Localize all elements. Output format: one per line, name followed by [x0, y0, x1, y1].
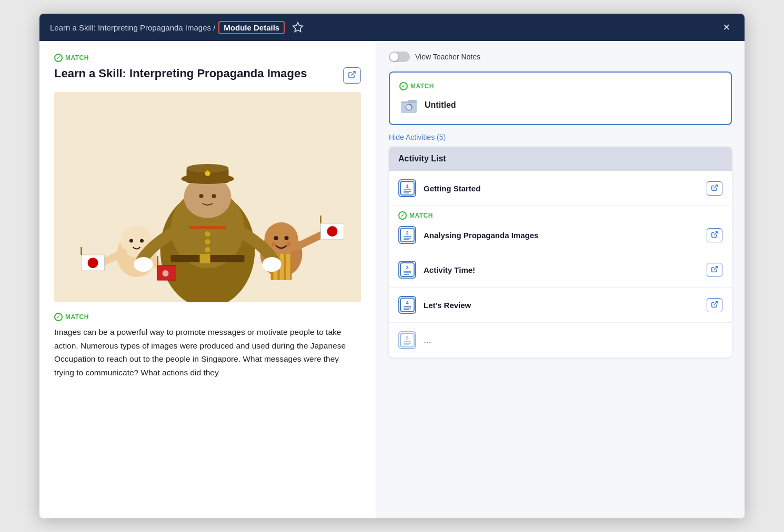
svg-line-62 — [714, 231, 717, 234]
module-name: Untitled — [425, 100, 456, 110]
activity-name-4: Let's Review — [424, 301, 471, 310]
activity-item[interactable]: 4 Let's Review — [389, 288, 732, 323]
svg-line-1 — [351, 71, 355, 75]
svg-point-7 — [205, 231, 210, 237]
svg-point-18 — [212, 194, 216, 198]
activity-external-button-2[interactable] — [707, 228, 722, 242]
hide-activities-link[interactable]: Hide Activities (5) — [389, 133, 446, 141]
activity-number-icon-1: 1 — [398, 179, 416, 197]
activity-item-left-2: 2 Analysing Propaganda Images — [398, 226, 538, 244]
module-match-badge: ✓ MATCH — [399, 82, 721, 90]
svg-text:2: 2 — [406, 230, 408, 236]
left-panel: ✓ MATCH Learn a Skill: Interpreting Prop… — [39, 41, 376, 518]
svg-text:1: 1 — [406, 183, 408, 189]
svg-point-35 — [272, 242, 276, 247]
svg-point-9 — [205, 247, 210, 252]
svg-line-56 — [714, 185, 717, 188]
module-folder-icon — [399, 96, 418, 115]
match-icon: ✓ — [54, 54, 63, 62]
activity-name-2: Analysing Propaganda Images — [424, 231, 538, 240]
activity-item[interactable]: 5 … — [389, 323, 732, 357]
activity-name-1: Getting Started — [424, 184, 480, 193]
svg-point-45 — [134, 257, 153, 272]
svg-rect-6 — [200, 254, 210, 263]
svg-point-36 — [287, 242, 291, 247]
activity-name-5: … — [424, 336, 431, 345]
resource-title-row: Learn a Skill: Interpreting Propaganda I… — [54, 66, 361, 84]
activity-number-icon-3: 3 — [398, 261, 416, 279]
module-card: ✓ MATCH U — [389, 71, 732, 125]
svg-point-22 — [140, 239, 144, 243]
svg-text:4: 4 — [406, 300, 408, 305]
svg-line-68 — [714, 266, 717, 269]
activity-external-button-1[interactable] — [707, 181, 722, 196]
activity-item[interactable]: 2 Analysing Propaganda Images — [389, 222, 732, 252]
breadcrumb-current: Module Details — [218, 21, 285, 34]
match-badge-title: ✓ MATCH — [54, 54, 361, 62]
breadcrumb-path: Learn a Skill: Interpreting Propaganda I… — [50, 23, 215, 32]
modal-container: Learn a Skill: Interpreting Propaganda I… — [39, 14, 745, 518]
activity-match-icon-2: ✓ — [398, 211, 407, 220]
svg-point-17 — [199, 194, 204, 198]
close-button[interactable]: × — [719, 19, 734, 35]
modal-body: ✓ MATCH Learn a Skill: Interpreting Prop… — [39, 41, 745, 518]
activity-match-section-2: ✓ MATCH — [389, 206, 732, 222]
activity-item-left-4: 4 Let's Review — [398, 296, 471, 314]
modal-header: Learn a Skill: Interpreting Propaganda I… — [39, 14, 745, 41]
teacher-notes-toggle[interactable] — [389, 52, 410, 62]
activity-external-button-3[interactable] — [707, 263, 722, 277]
svg-point-46 — [263, 257, 282, 272]
svg-point-16 — [205, 171, 210, 176]
svg-rect-40 — [286, 254, 290, 280]
activity-item[interactable]: 3 Activity Time! — [389, 252, 732, 288]
svg-text:5: 5 — [406, 335, 408, 341]
activity-item-left-3: 3 Activity Time! — [398, 261, 475, 279]
activity-item-left-5: 5 … — [398, 331, 431, 349]
svg-line-74 — [714, 301, 717, 304]
activity-item-left-1: 1 Getting Started — [398, 179, 480, 197]
activity-number-icon-5: 5 — [398, 331, 416, 349]
svg-point-34 — [285, 236, 289, 240]
activity-number-icon-2: 2 — [398, 226, 416, 244]
svg-point-43 — [327, 226, 338, 237]
activity-name-3: Activity Time! — [424, 265, 475, 274]
activity-external-button-4[interactable] — [707, 298, 722, 312]
svg-point-25 — [88, 258, 98, 268]
activity-list-header: Activity List — [389, 147, 732, 171]
match-icon-2: ✓ — [54, 313, 63, 321]
svg-text:3: 3 — [406, 265, 408, 270]
resource-image — [54, 92, 361, 302]
svg-point-29 — [163, 270, 169, 277]
teacher-notes-row: View Teacher Notes — [389, 52, 732, 62]
activity-item[interactable]: 1 Getting Started — [389, 171, 732, 206]
svg-point-33 — [274, 236, 278, 240]
external-link-icon — [348, 70, 356, 79]
resource-external-link-button[interactable] — [343, 67, 361, 84]
activity-list-container: Activity List 1 Ge — [389, 147, 732, 357]
resource-description: Images can be a powerful way to promote … — [54, 325, 361, 379]
activity-number-icon-4: 4 — [398, 296, 416, 314]
propaganda-svg — [54, 92, 361, 302]
svg-point-8 — [205, 239, 210, 244]
right-panel: View Teacher Notes ✓ MATCH — [376, 41, 745, 518]
match-badge-desc: ✓ MATCH — [54, 313, 361, 321]
activity-item-2-wrapper: ✓ MATCH 2 — [389, 206, 732, 252]
star-icon — [292, 22, 304, 33]
svg-point-21 — [129, 239, 133, 243]
module-card-content: Untitled — [399, 96, 721, 115]
activity-match-badge-2: ✓ MATCH — [398, 211, 722, 220]
teacher-notes-label: View Teacher Notes — [415, 53, 480, 61]
resource-title: Learn a Skill: Interpreting Propaganda I… — [54, 66, 307, 81]
svg-marker-0 — [293, 23, 303, 32]
svg-rect-10 — [189, 226, 226, 229]
module-match-icon: ✓ — [399, 82, 408, 90]
header-breadcrumb-area: Learn a Skill: Interpreting Propaganda I… — [50, 21, 304, 34]
